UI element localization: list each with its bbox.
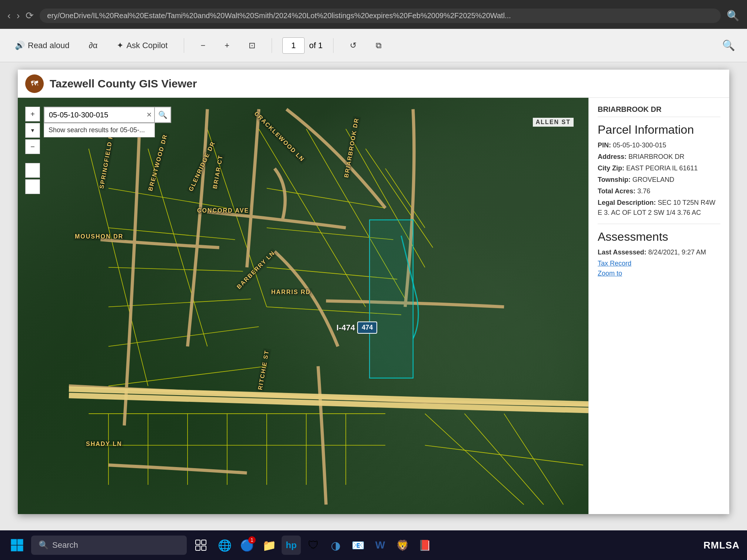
taskbar-edge-browser[interactable]: 🌐 [215, 536, 234, 555]
search-hint: Show search results for 05-05-... [44, 123, 155, 137]
browser-chrome-top [0, 0, 747, 3]
svg-rect-34 [17, 539, 23, 545]
gis-title: Tazewell County GIS Viewer [50, 77, 197, 90]
search-go-button[interactable]: 🔍 [155, 107, 171, 123]
search-box: ✕ Show search results for 05-05-... 🔍 [44, 107, 171, 123]
parcel-city-zip-label: City Zip: [598, 164, 624, 172]
zoom-in-button[interactable]: + [219, 38, 235, 53]
fit-page-button[interactable]: ⊡ [243, 38, 261, 53]
outlook-icon: 📧 [352, 539, 365, 551]
notification-count: 1 [248, 536, 256, 544]
page-number-input[interactable] [282, 37, 305, 54]
svg-line-8 [109, 366, 267, 386]
svg-rect-33 [11, 539, 17, 545]
copy-button[interactable]: ⧉ [370, 38, 388, 53]
taskbar-security-app[interactable]: 🛡 [304, 536, 323, 555]
highway-shield-text: 474 [362, 324, 373, 331]
edge-icon-2: ◑ [331, 539, 341, 552]
rotate-icon: ↺ [350, 41, 356, 50]
taskbar-file-explorer[interactable]: 📁 [259, 536, 279, 555]
rotate-button[interactable]: ↺ [344, 38, 362, 53]
parcel-search-input[interactable] [44, 107, 155, 123]
svg-line-4 [109, 228, 235, 240]
parcel-township-label: Township: [598, 176, 631, 183]
parcel-legal-field: Legal Description: SEC 10 T25N R4W E 3. … [598, 198, 720, 218]
taskbar-notification-badge[interactable]: 🔵 1 [237, 536, 256, 555]
svg-rect-32 [369, 220, 413, 378]
svg-rect-37 [196, 540, 200, 544]
read-aloud-icon: 🔊 [15, 41, 25, 50]
zoom-to-link[interactable]: Zoom to [598, 270, 720, 277]
page-of-label: of 1 [309, 41, 323, 50]
gis-header: 🗺 Tazewell County GIS Viewer [18, 70, 729, 98]
taskbar-task-view[interactable] [191, 536, 210, 555]
svg-rect-39 [196, 546, 200, 550]
highway-text-label: I-474 [336, 323, 355, 333]
taskbar: 🔍 Search 🌐 🔵 1 📁 hp 🛡 ◑ 📧 [0, 530, 747, 560]
tax-record-link[interactable]: Tax Record [598, 260, 720, 267]
svg-line-27 [425, 414, 524, 505]
start-button[interactable] [7, 536, 27, 555]
ask-copilot-button[interactable]: ✦ Ask Copilot [111, 38, 173, 53]
address-url[interactable]: ery/OneDrive/IL%20Real%20Estate/Tami%20a… [40, 9, 721, 23]
address-bar: ‹ › ⟳ ery/OneDrive/IL%20Real%20Estate/Ta… [0, 3, 747, 29]
svg-line-13 [385, 169, 425, 228]
read-aloud-button[interactable]: 🔊 Read aloud [9, 38, 76, 53]
parcel-info-panel: BRIARBROOK DR Parcel Information PIN: 05… [588, 98, 729, 514]
pdf-icon: 📕 [418, 539, 431, 551]
dictate-label: ∂α [89, 41, 98, 50]
map-nav-button-2[interactable] [25, 179, 40, 194]
assessments-title: Assessments [598, 230, 720, 244]
taskbar-hp-app[interactable]: hp [282, 536, 301, 555]
toolbar-separator-1 [184, 38, 184, 53]
search-clear-icon[interactable]: ✕ [146, 111, 152, 119]
map-nav-button-1[interactable] [25, 163, 40, 178]
map-zoom-out-button[interactable]: − [25, 139, 40, 154]
back-icon[interactable]: ‹ [7, 10, 11, 21]
toolbar-separator-3 [333, 38, 333, 53]
highway-marker: I-474 474 [336, 321, 377, 334]
brave-icon: 🦁 [396, 539, 409, 551]
taskbar-search-box[interactable]: 🔍 Search [31, 536, 187, 555]
parcel-acres-label: Total Acres: [598, 187, 635, 195]
forward-icon[interactable]: › [17, 10, 20, 21]
hp-logo-icon: hp [286, 540, 296, 550]
taskbar-outlook[interactable]: 📧 [348, 536, 368, 555]
copy-icon: ⧉ [376, 41, 382, 50]
road-label-allen: ALLEN ST [533, 118, 574, 127]
layer-toggle-row: ▼ [25, 123, 40, 138]
task-view-icon [195, 540, 206, 551]
dictate-button[interactable]: ∂α [83, 38, 104, 53]
map-zoom-in-button[interactable]: + [25, 107, 40, 121]
zoom-out-button[interactable]: − [195, 38, 211, 53]
layer-expand-button[interactable]: ▼ [25, 123, 40, 138]
taskbar-pdf-app[interactable]: 📕 [415, 536, 434, 555]
browser-search-icon[interactable]: 🔍 [727, 10, 740, 22]
gis-logo-icon: 🗺 [31, 79, 38, 88]
parcel-address-label: Address: [598, 153, 627, 160]
svg-rect-35 [11, 546, 17, 551]
taskbar-microsoft-edge[interactable]: ◑ [326, 536, 345, 555]
pdf-toolbar: 🔊 Read aloud ∂α ✦ Ask Copilot − + ⊡ of 1… [0, 29, 747, 62]
taskbar-brave[interactable]: 🦁 [393, 536, 412, 555]
parcel-acres-value: 3.76 [637, 187, 650, 195]
pdf-search-icon[interactable]: 🔍 [719, 36, 738, 54]
parcel-assessed-label: Last Assessed: [598, 249, 646, 256]
gis-container: 🗺 Tazewell County GIS Viewer + ▼ − [18, 70, 729, 514]
svg-rect-38 [202, 540, 206, 544]
folder-icon: 📁 [262, 539, 276, 552]
parcel-city-zip-field: City Zip: EAST PEORIA IL 61611 [598, 163, 720, 173]
page-navigation: of 1 [282, 37, 323, 54]
parcel-legal-label: Legal Description: [598, 199, 656, 206]
map-controls: + ▼ − [25, 107, 40, 194]
edge-icon: 🌐 [218, 539, 232, 552]
highway-shield: 474 [357, 321, 377, 334]
taskbar-word[interactable]: W [371, 536, 390, 555]
taskbar-pinned-apps: 🌐 🔵 1 📁 hp 🛡 ◑ 📧 W 🦁 📕 [215, 536, 434, 555]
parcel-assessed-field: Last Assessed: 8/24/2021, 9:27 AM [598, 247, 720, 257]
parcel-address-value: BRIARBROOK DR [628, 153, 684, 160]
svg-rect-40 [202, 546, 206, 550]
refresh-icon[interactable]: ⟳ [26, 10, 34, 21]
windows-logo-icon [10, 539, 24, 552]
read-aloud-label: Read aloud [28, 41, 70, 50]
